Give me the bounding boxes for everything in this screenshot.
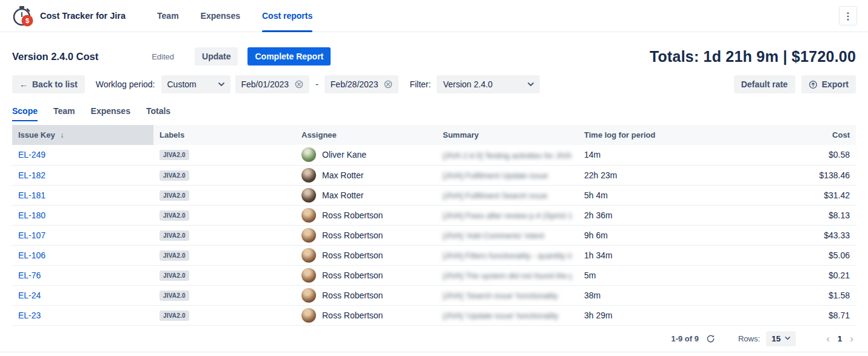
time-log-value: 14m [578,145,728,165]
current-page-number[interactable]: 1 [838,334,843,343]
time-log-value: 3h 29m [578,305,728,325]
assignee-name: Max Rotter [322,190,363,200]
nav-tab-team[interactable]: Team [157,0,179,32]
tab-totals[interactable]: Totals [146,106,170,121]
time-log-value: 9h 6m [578,225,728,245]
assignee-avatar [301,188,316,203]
issue-key-link[interactable]: EL-182 [18,170,45,180]
label-badge: JIVA2.0 [160,311,189,321]
table-header-row: Issue Key ↓ Labels Assignee Summary Time… [12,125,856,145]
time-log-value: 38m [578,285,728,305]
col-header-cost[interactable]: Cost [728,125,856,145]
table-row: EL-24 JIVA2.0 Ross Robertson [JIVA] 'Sea… [12,285,856,305]
topbar: $ Cost Tracker for Jira Team Expenses Co… [0,0,868,32]
label-badge: JIVA2.0 [160,270,189,281]
export-button[interactable]: Export [801,75,856,93]
date-to-field[interactable]: Feb/28/2023 [325,75,399,93]
table-row: EL-249 JIVA2.0 Oliver Kane [JIVA 2.4.0] … [12,145,856,165]
assignee-avatar [301,308,316,323]
refresh-icon[interactable] [705,333,716,344]
cost-value: $31.42 [728,185,856,205]
cost-value: $1.58 [728,285,856,305]
cost-value: $0.58 [728,145,856,165]
date-range-dash: - [315,79,318,89]
cost-value: $138.46 [728,165,856,185]
tab-expenses[interactable]: Expenses [91,106,130,121]
back-to-list-button[interactable]: ← Back to list [12,75,85,93]
assignee-avatar [301,288,316,303]
edited-status: Edited [152,52,174,61]
summary-text-blurred: [JIVA] Fulfilment Search issue [443,191,547,200]
cost-value: $8.71 [728,305,856,325]
issue-key-link[interactable]: EL-180 [18,210,45,220]
filter-bar: ← Back to list Worklog period: Custom Fe… [0,65,868,93]
col-header-issue-key[interactable]: Issue Key ↓ [12,125,153,145]
filter-actions: Default rate Export [734,75,856,93]
issue-key-link[interactable]: EL-24 [18,291,41,300]
filter-label: Filter: [409,79,431,89]
col-header-labels[interactable]: Labels [153,125,295,145]
summary-text-blurred: [JIVA] 'Search issue' functionality [443,291,558,300]
next-page-icon[interactable]: › [850,334,853,344]
rows-per-page-value: 15 [772,334,781,343]
svg-text:$: $ [25,17,29,24]
assignee-name: Ross Robertson [322,210,383,220]
table-row: EL-181 JIVA2.0 Max Rotter [JIVA] Fulfilm… [12,185,856,205]
issue-key-link[interactable]: EL-23 [18,311,41,320]
rows-per-page-select[interactable]: 15 [766,331,796,346]
chevron-down-icon [528,82,534,87]
assignee-avatar [301,147,316,162]
version-filter-select[interactable]: Version 2.4.0 [437,75,540,93]
assignee-avatar [301,208,316,223]
default-rate-button[interactable]: Default rate [734,75,795,93]
worklog-period-select[interactable]: Custom [161,75,230,93]
label-badge: JIVA2.0 [160,250,189,261]
summary-text-blurred: [JIVA] 'Update issue' functionality [443,311,558,320]
previous-page-icon[interactable]: ‹ [826,334,830,344]
col-header-assignee[interactable]: Assignee [295,125,437,145]
result-range: 1-9 of 9 [671,334,699,343]
worklog-period-value: Custom [167,79,197,89]
assignee-name: Ross Robertson [322,270,383,280]
back-arrow-icon: ← [19,79,28,89]
assignee-name: Oliver Kane [322,150,366,160]
assignee-name: Ross Robertson [322,250,383,260]
issue-key-header-label: Issue Key [18,130,55,139]
main-nav: Team Expenses Cost reports [157,0,312,32]
clear-date-icon[interactable] [384,80,392,89]
report-header: Version 2.4.0 Cost Edited Update Complet… [0,32,868,65]
complete-report-button[interactable]: Complete Report [247,47,331,65]
assignee-avatar [301,168,316,183]
assignee-name: Max Rotter [322,170,363,180]
summary-text-blurred: [JIVA] 'Add Comments' intent [443,231,544,240]
sort-descending-icon: ↓ [60,131,64,139]
clear-date-icon[interactable] [295,80,303,89]
bottom-divider [0,352,868,352]
issue-key-link[interactable]: EL-76 [18,270,41,280]
issue-key-link[interactable]: EL-106 [18,250,45,260]
issue-key-link[interactable]: EL-181 [18,190,45,200]
issue-key-link[interactable]: EL-249 [18,150,45,160]
more-options-kebab-icon[interactable]: ⋮ [839,6,857,25]
update-button[interactable]: Update [195,47,238,65]
label-badge: JIVA2.0 [160,291,189,301]
nav-tab-cost-reports[interactable]: Cost reports [262,0,312,32]
issue-key-link[interactable]: EL-107 [18,230,45,240]
table-row: EL-180 JIVA2.0 Ross Robertson [JIVA] Fix… [12,205,856,225]
table-row: EL-23 JIVA2.0 Ross Robertson [JIVA] 'Upd… [12,305,856,325]
table-footer: 1-9 of 9 Rows: 15 ‹ 1 › [0,326,868,346]
date-from-field[interactable]: Feb/01/2023 [235,75,310,93]
col-header-summary[interactable]: Summary [437,125,578,145]
label-badge: JIVA2.0 [160,190,189,201]
tab-team[interactable]: Team [53,106,75,121]
summary-text-blurred: [JIVA] Fulfilment Update issue [443,171,548,180]
col-header-time-log[interactable]: Time log for period [578,125,728,145]
export-icon [809,80,818,89]
worklog-period-label: Worklog period: [96,79,155,89]
report-tabs: Scope Team Expenses Totals [0,93,868,121]
tab-scope[interactable]: Scope [12,106,38,121]
nav-tab-expenses[interactable]: Expenses [201,0,240,32]
label-badge: JIVA2.0 [160,170,189,181]
table-row: EL-107 JIVA2.0 Ross Robertson [JIVA] 'Ad… [12,225,856,245]
assignee-name: Ross Robertson [322,230,383,240]
